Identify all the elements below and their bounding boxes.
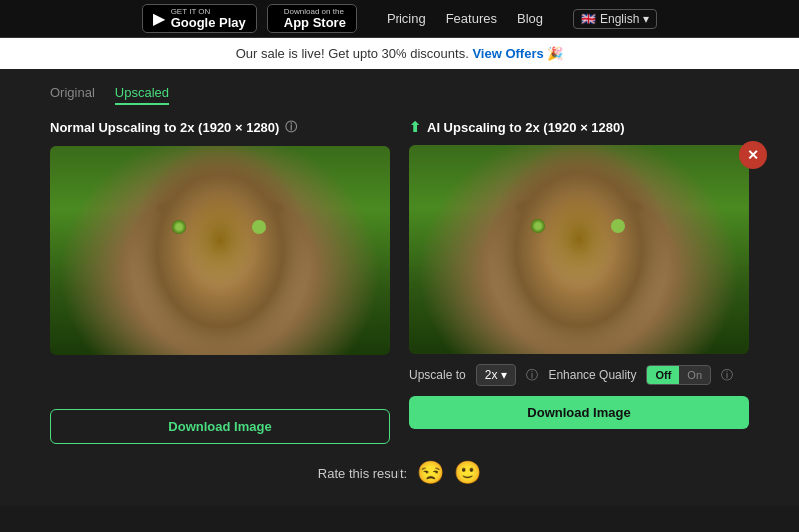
close-button[interactable]: ✕: [739, 141, 767, 169]
right-panel-controls: Upscale to 2x ▾ ⓘ Enhance Quality Off On…: [409, 364, 749, 386]
good-rating-button[interactable]: 🙂: [454, 460, 481, 486]
rating-label: Rate this result:: [318, 466, 407, 481]
dropdown-chevron-icon: ▾: [501, 368, 507, 382]
nav-links: Pricing Features Blog: [387, 11, 543, 26]
left-panel: Normal Upscaling to 2x (1920 × 1280) ⓘ D…: [50, 119, 390, 444]
rating-row: Rate this result: 😒 🙂: [50, 460, 749, 486]
left-cat-image: [50, 146, 390, 355]
app-store-text: Download on the App Store: [284, 8, 346, 29]
main-content: ✕ Original Upscaled Normal Upscaling to …: [0, 69, 799, 506]
google-play-bottom-text: Google Play: [171, 16, 246, 29]
google-play-button[interactable]: ▶ GET IT ON Google Play: [142, 4, 257, 33]
promo-text: Our sale is live! Get upto 30% discounts…: [236, 46, 469, 61]
left-download-button[interactable]: Download Image: [50, 409, 390, 444]
info-icon-enhance[interactable]: ⓘ: [721, 367, 733, 384]
app-store-button[interactable]: Download on the App Store: [267, 4, 357, 33]
info-icon-upscale[interactable]: ⓘ: [526, 367, 538, 384]
right-panel: ⬆ AI Upscaling to 2x (1920 × 1280) Upsca…: [409, 119, 749, 429]
panels-row: Normal Upscaling to 2x (1920 × 1280) ⓘ D…: [50, 119, 749, 444]
flag-icon: 🇬🇧: [581, 12, 596, 26]
features-link[interactable]: Features: [446, 11, 497, 26]
toggle-on-button[interactable]: On: [679, 366, 710, 384]
close-icon: ✕: [747, 147, 759, 163]
right-download-button[interactable]: Download Image: [409, 396, 749, 429]
enhance-label: Enhance Quality: [548, 368, 636, 382]
language-button[interactable]: 🇬🇧 English ▾: [573, 9, 657, 29]
right-image-box: [409, 145, 749, 354]
top-nav: ▶ GET IT ON Google Play Download on the …: [0, 0, 799, 38]
language-label: English: [600, 12, 639, 26]
left-panel-title: Normal Upscaling to 2x (1920 × 1280) ⓘ: [50, 119, 390, 136]
upscale-label: Upscale to: [409, 368, 466, 382]
google-play-text: GET IT ON Google Play: [171, 8, 246, 29]
google-play-icon: ▶: [153, 9, 165, 28]
blog-link[interactable]: Blog: [517, 11, 543, 26]
tab-upscaled[interactable]: Upscaled: [115, 85, 169, 105]
toggle-off-button[interactable]: Off: [647, 366, 679, 384]
upscale-value: 2x: [485, 368, 498, 382]
language-selector[interactable]: 🇬🇧 English ▾: [573, 9, 657, 29]
chevron-down-icon: ▾: [643, 12, 649, 26]
app-store-bottom-text: App Store: [284, 16, 346, 29]
tab-original[interactable]: Original: [50, 85, 95, 105]
tabs: Original Upscaled: [50, 85, 749, 105]
right-panel-title-text: AI Upscaling to 2x (1920 × 1280): [427, 120, 625, 135]
bad-rating-button[interactable]: 😒: [417, 460, 444, 486]
enhance-quality-toggle[interactable]: Off On: [646, 365, 711, 385]
left-image-box: [50, 146, 390, 355]
pricing-link[interactable]: Pricing: [387, 11, 426, 26]
view-offers-link[interactable]: View Offers 🎉: [472, 46, 563, 61]
info-icon-left[interactable]: ⓘ: [285, 119, 297, 136]
promo-banner: Our sale is live! Get upto 30% discounts…: [0, 38, 799, 69]
right-cat-image: [409, 145, 749, 354]
upscale-select[interactable]: 2x ▾: [476, 364, 517, 386]
right-panel-title: ⬆ AI Upscaling to 2x (1920 × 1280): [409, 119, 749, 135]
left-panel-title-text: Normal Upscaling to 2x (1920 × 1280): [50, 120, 279, 135]
ai-upscale-icon: ⬆: [409, 119, 421, 135]
